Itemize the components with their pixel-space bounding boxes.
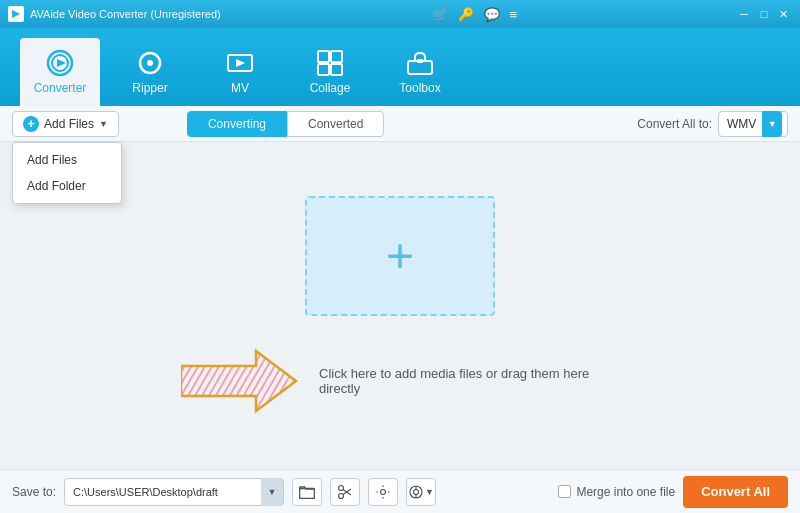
convert-all-to: Convert All to: WMV ▼: [637, 111, 788, 137]
format-value: WMV: [727, 117, 756, 131]
svg-marker-0: [12, 10, 20, 18]
nav-item-collage[interactable]: Collage: [290, 38, 370, 106]
svg-point-23: [414, 489, 419, 494]
merge-label: Merge into one file: [558, 485, 675, 499]
key-icon[interactable]: 🔑: [458, 7, 474, 22]
subtoolbar: + Add Files ▼ Add Files Add Folder Conve…: [0, 106, 800, 142]
minimize-button[interactable]: ─: [736, 6, 752, 22]
hint-row: Click here to add media files or drag th…: [181, 346, 619, 416]
svg-point-18: [339, 493, 344, 498]
merge-text: Merge into one file: [576, 485, 675, 499]
bottombar: Save to: C:\Users\USER\Desktop\draft ▼: [0, 469, 800, 513]
folder-browse-button[interactable]: [292, 478, 322, 506]
save-path-dropdown-arrow[interactable]: ▼: [261, 478, 283, 506]
nav-label-converter: Converter: [34, 81, 87, 95]
titlebar: AVAide Video Converter (Unregistered) 🛒 …: [0, 0, 800, 28]
convert-all-button[interactable]: Convert All: [683, 476, 788, 508]
nav-item-mv[interactable]: MV: [200, 38, 280, 106]
svg-rect-16: [300, 488, 315, 498]
svg-point-17: [339, 485, 344, 490]
ripper-icon: [136, 49, 164, 77]
svg-rect-8: [318, 51, 329, 62]
converter-icon: [46, 49, 74, 77]
add-files-dropdown-arrow: ▼: [99, 119, 108, 129]
chat-icon[interactable]: 💬: [484, 7, 500, 22]
svg-rect-13: [417, 59, 423, 63]
nav-label-toolbox: Toolbox: [399, 81, 440, 95]
app-title: AVAide Video Converter (Unregistered): [30, 8, 221, 20]
app-icon: [8, 6, 24, 22]
format-dropdown-arrow[interactable]: ▼: [762, 111, 782, 137]
settings2-arrow: ▼: [425, 487, 434, 497]
svg-rect-11: [331, 64, 342, 75]
mv-icon: [226, 49, 254, 77]
svg-point-21: [381, 489, 386, 494]
svg-point-5: [147, 60, 153, 66]
dropdown-item-add-files[interactable]: Add Files: [13, 147, 121, 173]
plus-circle-icon: +: [23, 116, 39, 132]
nav-label-collage: Collage: [310, 81, 351, 95]
cart-icon[interactable]: 🛒: [432, 7, 448, 22]
svg-marker-15: [181, 351, 296, 411]
toolbox-icon: [406, 49, 434, 77]
maximize-button[interactable]: □: [756, 6, 772, 22]
format-select[interactable]: WMV ▼: [718, 111, 788, 137]
titlebar-left: AVAide Video Converter (Unregistered): [8, 6, 221, 22]
nav-item-ripper[interactable]: Ripper: [110, 38, 190, 106]
svg-marker-3: [57, 59, 66, 67]
add-files-label: Add Files: [44, 117, 94, 131]
tab-converted[interactable]: Converted: [287, 111, 384, 137]
settings2-button[interactable]: ▼: [406, 478, 436, 506]
tab-group: Converting Converted: [187, 111, 384, 137]
titlebar-controls: ─ □ ✕: [736, 6, 792, 22]
add-files-button[interactable]: + Add Files ▼: [12, 111, 119, 137]
merge-checkbox[interactable]: [558, 485, 571, 498]
nav-item-toolbox[interactable]: Toolbox: [380, 38, 460, 106]
save-to-label: Save to:: [12, 485, 56, 499]
tab-converting[interactable]: Converting: [187, 111, 287, 137]
titlebar-right-icons: 🛒 🔑 💬 ≡: [432, 7, 518, 22]
nav-label-mv: MV: [231, 81, 249, 95]
hint-text: Click here to add media files or drag th…: [319, 366, 619, 396]
convert-all-label: Convert All to:: [637, 117, 712, 131]
svg-rect-10: [318, 64, 329, 75]
settings-button[interactable]: [368, 478, 398, 506]
collage-icon: [316, 49, 344, 77]
arrow-graphic: [181, 346, 301, 416]
menu-icon[interactable]: ≡: [510, 7, 518, 22]
dropzone-plus-icon: +: [386, 232, 414, 280]
save-path-input: C:\Users\USER\Desktop\draft ▼: [64, 478, 284, 506]
nav-label-ripper: Ripper: [132, 81, 167, 95]
close-button[interactable]: ✕: [776, 6, 792, 22]
navbar: Converter Ripper MV: [0, 28, 800, 106]
svg-marker-7: [236, 59, 245, 67]
dropdown-item-add-folder[interactable]: Add Folder: [13, 173, 121, 199]
add-files-dropdown: Add Files Add Folder: [12, 142, 122, 204]
save-path-value: C:\Users\USER\Desktop\draft: [73, 486, 261, 498]
dropzone[interactable]: +: [305, 196, 495, 316]
nav-item-converter[interactable]: Converter: [20, 38, 100, 106]
scissors-button[interactable]: [330, 478, 360, 506]
svg-rect-9: [331, 51, 342, 62]
